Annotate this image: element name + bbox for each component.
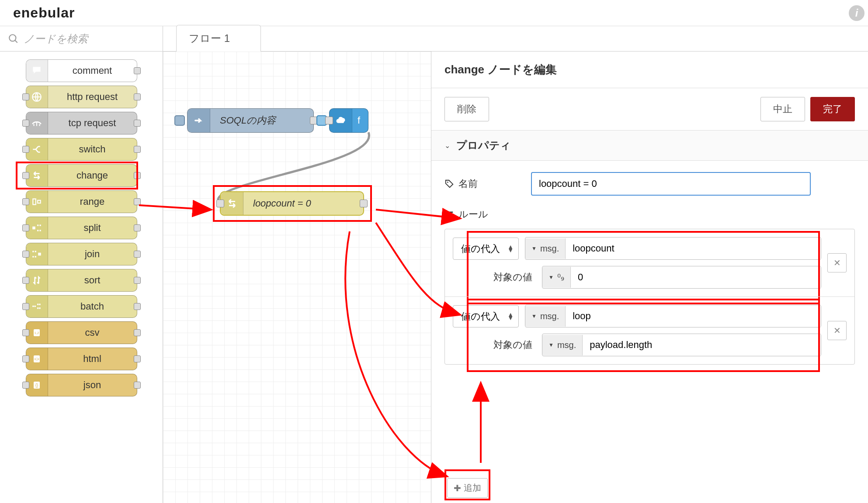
node-port[interactable] <box>22 355 29 362</box>
node-port[interactable] <box>22 303 29 310</box>
bridge-icon <box>26 112 48 134</box>
logo: enebular <box>13 5 75 21</box>
node-port[interactable] <box>22 93 29 100</box>
search-input[interactable] <box>24 33 155 45</box>
csv-icon: 1,2 <box>26 322 48 344</box>
svg-rect-34 <box>448 217 453 218</box>
comment-icon <box>26 60 48 82</box>
node-port[interactable] <box>134 224 141 231</box>
svg-rect-4 <box>38 200 41 203</box>
name-input[interactable] <box>531 172 811 196</box>
palette-node-sort[interactable]: sort <box>26 269 137 292</box>
node-port[interactable] <box>134 329 141 336</box>
flow-canvas[interactable]: SOQLの内容 f loopcount = 0 <box>163 52 431 503</box>
node-port[interactable] <box>22 277 29 284</box>
palette-node-html[interactable]: <> html <box>26 348 137 370</box>
palette-node-csv[interactable]: 1,2 csv <box>26 321 137 344</box>
node-port[interactable] <box>22 146 29 153</box>
palette-node-http-request[interactable]: http request <box>26 86 137 108</box>
svg-rect-32 <box>448 214 453 215</box>
node-port[interactable] <box>134 93 141 100</box>
delete-rule-button[interactable]: ✕ <box>827 253 847 272</box>
add-rule-button[interactable]: ✚ 追加 <box>447 478 488 498</box>
node-port[interactable] <box>134 146 141 153</box>
palette-node-change[interactable]: change <box>26 164 137 187</box>
node-port[interactable] <box>22 251 29 258</box>
node-port[interactable] <box>134 355 141 362</box>
node-port[interactable] <box>134 303 141 310</box>
svg-rect-8 <box>37 230 38 231</box>
flow-node-loopcount[interactable]: loopcount = 0 <box>220 191 364 216</box>
svg-rect-9 <box>40 230 41 231</box>
node-port[interactable] <box>22 329 29 336</box>
rule-action-select[interactable]: 値の代入 <box>453 238 519 260</box>
svg-rect-10 <box>32 251 34 252</box>
palette-node-json[interactable]: {} json <box>26 374 137 396</box>
svg-point-0 <box>9 34 16 41</box>
rule-property-input[interactable] <box>566 238 821 259</box>
rules-container: 値の代入 ▲▼ ▼msg. 対象の値 <box>444 229 855 365</box>
delete-button[interactable]: 削除 <box>444 97 489 121</box>
search-icon <box>8 33 19 45</box>
svg-rect-11 <box>35 251 36 252</box>
done-button[interactable]: 完了 <box>810 97 855 121</box>
palette-node-join[interactable]: join <box>26 243 137 265</box>
rule-row: 値の代入 ▲▼ ▼msg. 対象の値 <box>445 229 854 296</box>
node-port[interactable] <box>134 198 141 205</box>
node-port[interactable] <box>22 172 29 179</box>
svg-rect-3 <box>33 199 36 205</box>
type-selector[interactable]: ▼msg. <box>542 335 583 355</box>
node-port[interactable] <box>325 117 333 124</box>
node-port[interactable] <box>360 200 368 207</box>
annotation-highlight: ✚ 追加 <box>444 469 490 500</box>
info-icon[interactable]: i <box>849 5 865 21</box>
svg-line-1 <box>15 40 17 42</box>
node-port[interactable] <box>22 382 29 389</box>
palette-node-range[interactable]: range <box>26 190 137 213</box>
type-selector[interactable]: ▼msg. <box>525 238 566 259</box>
flow-node-soql[interactable]: SOQLの内容 <box>187 108 314 133</box>
cancel-button[interactable]: 中止 <box>760 97 805 121</box>
node-port[interactable] <box>22 198 29 205</box>
node-port[interactable] <box>22 120 29 127</box>
palette-node-switch[interactable]: switch <box>26 138 137 161</box>
node-palette: comment http request tcp request switch … <box>0 52 163 503</box>
svg-text:1,2: 1,2 <box>34 331 39 335</box>
type-selector[interactable]: ▼⁰₉ <box>542 267 571 288</box>
rule-to-label: 対象の値 <box>453 271 536 284</box>
palette-node-batch[interactable]: batch <box>26 295 137 318</box>
svg-point-28 <box>447 182 448 183</box>
svg-rect-20 <box>39 307 40 309</box>
node-port[interactable] <box>134 277 141 284</box>
range-icon <box>26 191 48 213</box>
node-status <box>174 115 185 126</box>
delete-rule-button[interactable]: ✕ <box>827 321 847 340</box>
properties-section-toggle[interactable]: ⌄ プロパティ <box>431 131 868 161</box>
rule-value-input[interactable] <box>571 266 821 288</box>
svg-rect-33 <box>446 217 447 218</box>
tab-flow1[interactable]: フロー 1 <box>176 25 261 52</box>
json-icon: {} <box>26 374 48 396</box>
type-selector[interactable]: ▼msg. <box>525 306 566 327</box>
rule-value-input[interactable] <box>583 334 821 356</box>
node-port[interactable] <box>22 224 29 231</box>
palette-node-split[interactable]: split <box>26 217 137 239</box>
rule-property-input[interactable] <box>566 305 821 327</box>
node-port[interactable] <box>134 251 141 258</box>
node-port[interactable] <box>216 200 224 207</box>
svg-rect-31 <box>446 214 447 215</box>
svg-rect-7 <box>40 224 41 226</box>
html-icon: <> <box>26 348 48 370</box>
join-icon <box>26 243 48 265</box>
node-port[interactable] <box>134 120 141 127</box>
node-port[interactable] <box>134 382 141 389</box>
palette-search[interactable] <box>0 26 163 51</box>
flow-node-salesforce[interactable]: f <box>329 108 368 133</box>
svg-rect-17 <box>37 304 38 305</box>
palette-node-tcp-request[interactable]: tcp request <box>26 112 137 134</box>
editor-title: change ノードを編集 <box>431 52 868 88</box>
palette-node-comment[interactable]: comment <box>26 59 137 82</box>
rule-action-select[interactable]: 値の代入 <box>453 305 519 327</box>
node-port[interactable] <box>134 67 141 74</box>
node-port[interactable] <box>134 172 141 179</box>
